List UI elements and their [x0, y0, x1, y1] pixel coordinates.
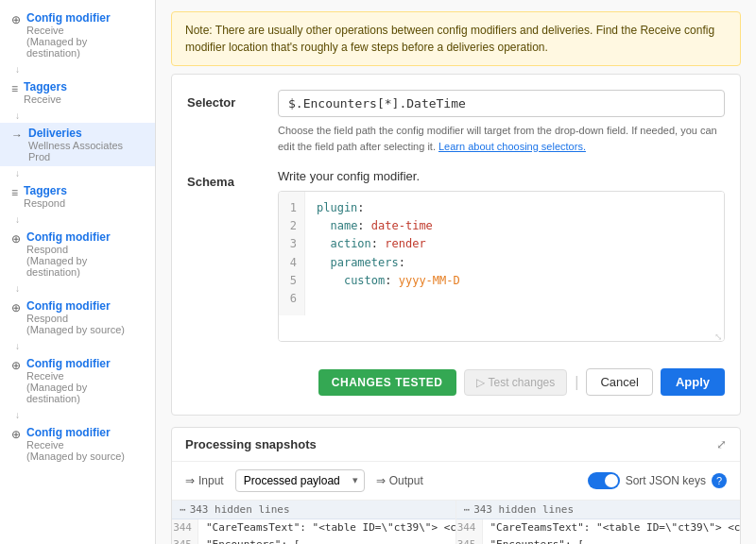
sidebar: ⊕ Config modifier Receive(Managed by des…: [0, 0, 156, 544]
sidebar-arrow-2: ↓: [0, 109, 155, 123]
sidebar-label-config-modifier-1: Config modifier: [26, 11, 144, 25]
sidebar-item-taggers-1[interactable]: ≡ Taggers Receive: [0, 76, 155, 109]
note-banner: Note: There are usually other operations…: [171, 11, 741, 66]
sidebar-sublabel-config-modifier-1: Receive(Managed by destination): [26, 25, 144, 59]
schema-description: Write your config modifier.: [278, 169, 725, 183]
sidebar-sublabel-taggers-2: Respond: [24, 197, 67, 209]
code-content: plugin: name: date-time action: render p…: [305, 192, 724, 315]
sidebar-label-config-modifier-3: Config modifier: [26, 299, 125, 313]
sort-toggle-group: Sort JSON keys ?: [588, 472, 727, 489]
processing-title: Processing snapshots: [185, 437, 317, 451]
diff-col-left: ⋯ 343 hidden lines 344 "CareTeamsText": …: [172, 501, 456, 544]
sidebar-item-deliveries[interactable]: → Deliveries Wellness AssociatesProd: [0, 123, 155, 166]
diff-columns: ⋯ 343 hidden lines 344 "CareTeamsText": …: [172, 501, 740, 544]
hidden-lines-icon-right: ⋯: [464, 503, 471, 516]
taggers-icon-2: ≡: [11, 186, 18, 199]
expand-icon[interactable]: ⤢: [716, 437, 727, 451]
config-modifier-icon-4: ⊕: [11, 359, 21, 372]
sidebar-arrow-4: ↓: [0, 212, 155, 227]
payload-select-wrap: Processed payload: [235, 469, 365, 492]
sort-json-label: Sort JSON keys: [626, 474, 706, 487]
hidden-lines-bar-left: ⋯ 343 hidden lines: [172, 501, 455, 519]
sidebar-arrow-1: ↓: [0, 62, 155, 76]
taggers-icon-1: ≡: [11, 82, 18, 95]
sidebar-item-config-modifier-4[interactable]: ⊕ Config modifier Receive(Managed by des…: [0, 353, 155, 408]
diff-line-left-344: 344 "CareTeamsText": "<table ID=\"ct39\"…: [172, 519, 455, 536]
sidebar-item-config-modifier-5[interactable]: ⊕ Config modifier Receive(Managed by sou…: [0, 422, 155, 466]
sidebar-item-config-modifier-2[interactable]: ⊕ Config modifier Respond(Managed by des…: [0, 227, 155, 281]
deliveries-icon: →: [11, 128, 23, 142]
sidebar-label-taggers-1: Taggers: [24, 80, 67, 94]
config-modifier-icon-2: ⊕: [11, 232, 21, 246]
input-label: ⇒ Input: [185, 474, 224, 487]
input-arrow-icon: ⇒: [185, 474, 195, 487]
config-modifier-icon-5: ⊕: [11, 428, 21, 441]
sort-json-toggle[interactable]: [588, 472, 620, 489]
play-icon: ▷: [476, 376, 485, 389]
sidebar-sublabel-config-modifier-4: Receive(Managed by destination): [26, 370, 144, 404]
diff-col-right: ⋯ 343 hidden lines 344 "CareTeamsText": …: [456, 501, 741, 544]
help-icon[interactable]: ?: [712, 473, 727, 488]
sidebar-arrow-7: ↓: [0, 408, 155, 422]
code-editor[interactable]: 1 2 3 4 5 6 plugin: name: date-time acti…: [278, 191, 725, 342]
note-text: Note: There are usually other operations…: [185, 24, 714, 54]
action-separator: |: [575, 374, 578, 391]
action-bar: CHANGES TESTED ▷ Test changes | Cancel A…: [187, 357, 725, 400]
schema-label: Schema: [187, 169, 263, 189]
sidebar-arrow-5: ↓: [0, 281, 155, 296]
main-content: Note: There are usually other operations…: [156, 0, 756, 544]
form-section: Selector Choose the field path the confi…: [171, 74, 741, 416]
test-changes-button[interactable]: ▷ Test changes: [464, 369, 568, 396]
sidebar-label-config-modifier-2: Config modifier: [26, 230, 144, 244]
sidebar-sublabel-config-modifier-3: Respond(Managed by source): [26, 313, 125, 335]
snapshot-toolbar: ⇒ Input Processed payload ⇒ Output Sort …: [172, 462, 740, 501]
processing-snapshots-section: Processing snapshots ⤢ ⇒ Input Processed…: [171, 427, 741, 544]
diff-line-right-344: 344 "CareTeamsText": "<table ID=\"ct39\"…: [456, 519, 741, 536]
sidebar-arrow-3: ↓: [0, 166, 155, 180]
schema-content: Write your config modifier. 1 2 3 4 5 6 …: [278, 169, 725, 342]
selector-row: Selector Choose the field path the confi…: [187, 90, 725, 154]
sidebar-label-taggers-2: Taggers: [24, 184, 67, 197]
sidebar-item-taggers-2[interactable]: ≡ Taggers Respond: [0, 180, 155, 212]
sidebar-label-config-modifier-5: Config modifier: [26, 426, 125, 439]
selector-content: Choose the field path the config modifie…: [278, 90, 725, 154]
selector-label: Selector: [187, 90, 263, 110]
hidden-lines-icon-left: ⋯: [180, 503, 186, 516]
selector-hint: Choose the field path the config modifie…: [278, 123, 725, 154]
output-label: ⇒ Output: [376, 474, 423, 487]
sidebar-item-config-modifier-3[interactable]: ⊕ Config modifier Respond(Managed by sou…: [0, 296, 155, 339]
apply-button[interactable]: Apply: [661, 368, 725, 396]
config-modifier-icon-1: ⊕: [11, 13, 21, 26]
hidden-lines-bar-right: ⋯ 343 hidden lines: [456, 501, 741, 519]
diff-line-right-345: 345 "Encounters": [: [456, 536, 741, 544]
sidebar-sublabel-taggers-1: Receive: [24, 94, 67, 105]
diff-line-left-345: 345 "Encounters": [: [172, 536, 455, 544]
sidebar-label-config-modifier-4: Config modifier: [26, 357, 144, 370]
processing-header: Processing snapshots ⤢: [172, 428, 740, 462]
hidden-lines-count-right: 343 hidden lines: [473, 503, 574, 516]
line-numbers: 1 2 3 4 5 6: [279, 192, 305, 315]
sidebar-arrow-6: ↓: [0, 339, 155, 353]
sidebar-sublabel-config-modifier-2: Respond(Managed by destination): [26, 244, 144, 278]
sidebar-item-config-modifier-1[interactable]: ⊕ Config modifier Receive(Managed by des…: [0, 8, 155, 62]
schema-row: Schema Write your config modifier. 1 2 3…: [187, 169, 725, 342]
payload-select[interactable]: Processed payload: [235, 469, 365, 492]
selector-hint-link[interactable]: Learn about choosing selectors.: [438, 141, 586, 152]
config-modifier-icon-3: ⊕: [11, 301, 21, 314]
selector-input[interactable]: [278, 90, 725, 117]
sidebar-label-deliveries: Deliveries: [28, 127, 123, 140]
changes-tested-button: CHANGES TESTED: [318, 369, 456, 396]
output-arrow-icon: ⇒: [376, 474, 386, 487]
cancel-button[interactable]: Cancel: [586, 368, 652, 396]
hidden-lines-count-left: 343 hidden lines: [190, 503, 290, 516]
resize-handle[interactable]: ⤡: [711, 328, 724, 341]
sidebar-sublabel-deliveries: Wellness AssociatesProd: [28, 140, 123, 162]
sidebar-sublabel-config-modifier-5: Receive(Managed by source): [26, 439, 125, 462]
